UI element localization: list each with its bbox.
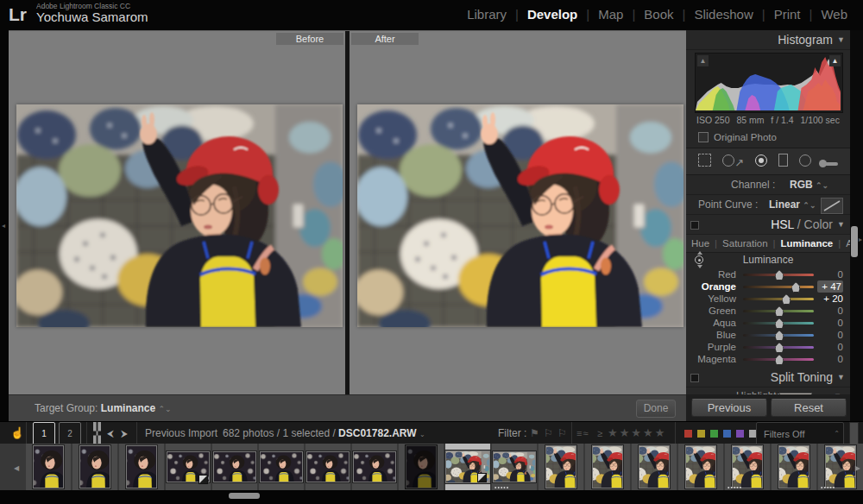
original-photo-checkbox[interactable]	[698, 132, 709, 142]
slider-track-green[interactable]	[743, 310, 814, 312]
slider-track-red[interactable]	[743, 274, 814, 276]
filmstrip-scroll-left-icon[interactable]: ◀	[14, 464, 19, 472]
rating-operator[interactable]: ≥	[597, 422, 602, 444]
flag-reject-icon[interactable]: ⚐	[557, 422, 567, 444]
thumbnail[interactable]	[772, 444, 816, 490]
second-window-button[interactable]: 2	[59, 422, 81, 446]
module-map[interactable]: Map	[589, 7, 632, 22]
thumbnail[interactable]	[352, 444, 397, 490]
original-photo-row[interactable]: Original Photo	[698, 132, 850, 142]
split-toning-toggle[interactable]	[690, 374, 699, 382]
star-icon[interactable]: ★	[643, 426, 655, 439]
grid-view-icon[interactable]	[93, 422, 101, 444]
thumbnail[interactable]	[399, 444, 444, 490]
adjustment-brush-icon[interactable]	[822, 155, 838, 168]
filmstrip-scrollbar-thumb[interactable]	[229, 493, 260, 499]
targeted-adjustment-tool[interactable]	[693, 251, 705, 268]
main-window-button[interactable]: 1	[33, 422, 55, 446]
filmstrip-scrollbar[interactable]	[0, 490, 863, 504]
crop-overlay-icon[interactable]	[698, 154, 711, 169]
after-photo[interactable]	[357, 104, 683, 327]
left-panel-collapsed[interactable]: ◂	[0, 30, 9, 421]
filmstrip-collapse-icon[interactable]: ▶	[855, 464, 860, 472]
highlight-clipping-icon[interactable]: ▲	[829, 55, 841, 66]
module-slideshow[interactable]: Slideshow	[685, 7, 761, 22]
star-icon[interactable]: ★	[655, 426, 667, 439]
slider-thumb-aqua[interactable]	[775, 318, 784, 329]
color-label-swatch[interactable]	[683, 429, 693, 438]
shadow-clipping-icon[interactable]: ▲	[697, 55, 709, 66]
thumbnail[interactable]	[445, 444, 490, 490]
module-book[interactable]: Book	[635, 7, 682, 22]
star-icon[interactable]: ★	[631, 426, 643, 439]
star-icon[interactable]: ★	[608, 426, 620, 439]
spot-removal-icon[interactable]: ↗	[722, 154, 744, 169]
color-label-swatch[interactable]	[722, 429, 732, 438]
slider-track-magenta[interactable]	[743, 358, 814, 361]
color-label-swatch[interactable]	[709, 429, 719, 438]
graduated-filter-icon[interactable]	[778, 154, 788, 169]
module-web[interactable]: Web	[812, 7, 856, 22]
thumbnail[interactable]: •••••	[725, 444, 770, 490]
reset-button[interactable]: Reset	[771, 399, 847, 417]
tab-luminance[interactable]: Luminance	[776, 238, 839, 249]
thumbnail[interactable]	[632, 444, 677, 490]
thumbnail[interactable]	[585, 444, 630, 490]
thumbnail[interactable]	[212, 444, 257, 490]
filters-dropdown[interactable]: Filters Off ⌃⌄	[756, 422, 844, 446]
target-group[interactable]: Target Group: Luminance ⌃⌄	[35, 402, 172, 414]
previous-button[interactable]: Previous	[691, 399, 767, 417]
channel-value[interactable]: RGB ⌃⌄	[790, 175, 828, 195]
color-label-swatch[interactable]	[735, 429, 745, 438]
slider-thumb-green[interactable]	[775, 306, 784, 317]
filter-lock-toggle[interactable]	[849, 422, 859, 446]
red-eye-icon[interactable]	[755, 154, 767, 169]
slider-track-blue[interactable]	[743, 334, 814, 337]
split-toning-header[interactable]: Split Toning ▼	[686, 368, 850, 387]
module-develop[interactable]: Develop	[519, 7, 586, 22]
after-pane[interactable]: After	[350, 31, 686, 395]
slider-track-aqua[interactable]	[743, 322, 814, 324]
edit-status-filter-icons[interactable]: ≡≈	[576, 422, 589, 444]
identity-plate[interactable]: Adobe Lightroom Classic CC Yochuwa Samar…	[36, 3, 148, 25]
thumbnail[interactable]	[306, 444, 350, 490]
radial-filter-icon[interactable]	[799, 154, 811, 169]
filmstrip-source[interactable]: Previous Import	[145, 422, 217, 444]
tab-all[interactable]: All	[841, 238, 850, 249]
done-button[interactable]: Done	[636, 400, 676, 418]
slider-thumb-purple[interactable]	[775, 343, 784, 353]
slider-track-orange[interactable]	[743, 286, 814, 288]
histogram-header[interactable]: Histogram ▼	[686, 30, 850, 50]
hsl-panel-header[interactable]: HSL / Color ▼	[686, 215, 850, 235]
secondary-display-icon[interactable]: ☝	[10, 422, 24, 444]
channel-row[interactable]: Channel : RGB ⌃⌄	[686, 175, 850, 195]
edit-point-curve-button[interactable]	[821, 198, 843, 214]
module-library[interactable]: Library	[458, 7, 515, 22]
right-panel-scrollbar[interactable]: ▸	[850, 30, 863, 421]
thumbnail[interactable]	[539, 444, 583, 490]
hsl-panel-toggle[interactable]	[690, 221, 699, 230]
module-print[interactable]: Print	[765, 7, 809, 22]
before-photo[interactable]	[16, 104, 343, 327]
previous-photo-icon[interactable]: ⮜	[107, 422, 114, 444]
next-photo-icon[interactable]: ⮞	[121, 422, 128, 444]
thumbnail[interactable]	[259, 444, 304, 490]
color-label-swatch[interactable]	[696, 429, 706, 438]
point-curve-value[interactable]: Linear ⌃⌄	[769, 195, 816, 215]
slider-track-yellow[interactable]	[743, 298, 814, 300]
thumbnail[interactable]	[26, 444, 71, 490]
left-panel-expand-icon[interactable]: ◂	[2, 222, 5, 230]
flag-pick-icon[interactable]: ⚑	[530, 422, 539, 444]
slider-thumb-orange[interactable]	[791, 282, 800, 293]
rating-stars-filter[interactable]: ★★★★★	[608, 422, 666, 444]
histogram[interactable]: ▲ ▲	[695, 53, 843, 113]
tab-hue[interactable]: Hue	[686, 238, 715, 249]
thumbnail[interactable]	[72, 444, 117, 490]
slider-track-purple[interactable]	[743, 346, 814, 349]
right-panel-collapse-icon[interactable]: ▸	[859, 236, 862, 243]
hsl-collapse-icon[interactable]: ▼	[837, 215, 845, 234]
thumbnail[interactable]	[678, 444, 723, 490]
tab-saturation[interactable]: Saturation	[717, 238, 772, 249]
thumbnail[interactable]	[166, 444, 211, 490]
before-pane[interactable]: Before	[9, 31, 345, 395]
